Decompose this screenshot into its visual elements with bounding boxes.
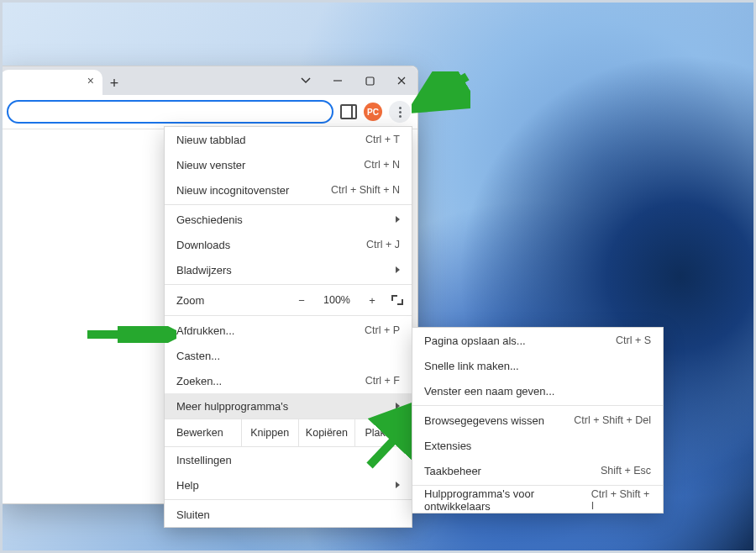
label: Nieuw venster [176,159,245,171]
label: Zoom [176,294,287,307]
menu-settings[interactable]: Instellingen [165,447,412,472]
label: Browsegegevens wissen [424,414,544,427]
menu-help[interactable]: Help [165,472,412,498]
shortcut: Ctrl + T [365,134,400,145]
menu-new-incognito[interactable]: Nieuw incognitovenster Ctrl + Shift + N [165,177,412,203]
menu-close[interactable]: Sluiten [165,502,412,527]
label: Taakbeheer [424,465,481,477]
more-tools-submenu: Pagina opslaan als... Ctrl + S Snelle li… [412,327,664,514]
shortcut: Ctrl + Shift + N [331,184,400,196]
submenu-create-shortcut[interactable]: Snelle link maken... [412,353,663,378]
label: Zoeken... [176,375,222,387]
main-menu-button[interactable] [389,101,411,123]
kebab-icon [399,107,402,118]
shortcut: Ctrl + S [616,334,651,346]
label: Extensies [424,440,471,452]
menu-edit-row: Bewerken Knippen Kopiëren Plakken [165,419,412,447]
submenu-name-window[interactable]: Venster een naam geven... [412,378,663,403]
edit-paste-button[interactable]: Plakken [355,419,412,446]
submenu-arrow-icon [396,216,400,223]
label: Snelle link maken... [424,360,519,372]
shortcut: Ctrl + N [364,159,400,171]
edit-cut-button[interactable]: Knippen [242,419,299,446]
submenu-devtools[interactable]: Hulpprogramma's voor ontwikkelaars Ctrl … [412,487,663,513]
submenu-task-manager[interactable]: Taakbeheer Shift + Esc [412,458,663,483]
new-tab-button[interactable]: + [102,71,126,95]
label: Casten... [176,350,220,362]
edit-copy-button[interactable]: Kopiëren [299,419,356,446]
label: Meer hulpprogramma's [176,400,288,413]
separator [165,499,412,500]
menu-print[interactable]: Afdrukken... Ctrl + P [165,318,412,343]
omnibox[interactable] [7,100,333,124]
menu-new-tab[interactable]: Nieuw tabblad Ctrl + T [165,127,412,152]
label: Help [176,479,199,492]
label: Downloads [176,239,230,251]
shortcut: Ctrl + P [365,324,400,336]
zoom-minus-button[interactable]: − [287,294,316,307]
label: Bladwijzers [176,264,232,276]
chrome-main-menu: Nieuw tabblad Ctrl + T Nieuw venster Ctr… [164,126,412,528]
shortcut: Shift + Esc [601,465,651,477]
shortcut: Ctrl + Shift + Del [574,414,651,426]
tab-close-icon[interactable]: × [87,75,94,87]
label: Hulpprogramma's voor ontwikkelaars [424,487,591,513]
label: Venster een naam geven... [424,385,554,398]
submenu-save-page[interactable]: Pagina opslaan als... Ctrl + S [412,328,663,353]
separator [165,315,412,316]
separator [412,405,663,406]
label: Pagina opslaan als... [424,334,526,347]
side-panel-icon[interactable] [340,104,357,119]
profile-avatar[interactable]: PC [364,103,382,121]
zoom-percent: 100% [316,294,358,306]
separator [165,284,412,285]
label: Nieuw incognitovenster [176,184,289,197]
tab-search-button[interactable] [290,66,322,95]
minimize-button[interactable] [322,66,354,95]
zoom-plus-button[interactable]: + [358,294,386,307]
submenu-arrow-icon [396,266,400,273]
toolbar: PC [0,95,417,129]
menu-new-window[interactable]: Nieuw venster Ctrl + N [165,152,412,177]
submenu-clear-data[interactable]: Browsegegevens wissen Ctrl + Shift + Del [412,408,663,433]
menu-history[interactable]: Geschiedenis [165,207,412,232]
label: Nieuw tabblad [176,134,245,146]
label: Instellingen [176,454,232,466]
menu-bookmarks[interactable]: Bladwijzers [165,257,412,282]
shortcut: Ctrl + Shift + I [591,488,651,512]
label: Geschiedenis [176,213,243,226]
menu-downloads[interactable]: Downloads Ctrl + J [165,232,412,257]
label: Afdrukken... [176,324,234,337]
menu-cast[interactable]: Casten... [165,343,412,368]
close-window-button[interactable] [386,66,417,95]
window-controls [290,66,417,95]
shortcut: Ctrl + F [365,375,400,387]
submenu-extensions[interactable]: Extensies [412,433,663,458]
label: Sluiten [176,508,210,521]
fullscreen-icon[interactable] [391,295,403,305]
svg-rect-1 [366,77,374,85]
label: Bewerken [165,419,242,446]
submenu-arrow-icon [396,482,400,488]
maximize-button[interactable] [354,66,386,95]
menu-find[interactable]: Zoeken... Ctrl + F [165,368,412,393]
menu-more-tools[interactable]: Meer hulpprogramma's [165,393,412,419]
menu-zoom: Zoom − 100% + [165,287,412,313]
separator [412,485,663,486]
browser-tab[interactable]: × [0,70,102,95]
separator [165,204,412,205]
shortcut: Ctrl + J [366,239,400,250]
submenu-arrow-icon [396,403,400,409]
tab-strip: × + [0,66,417,95]
